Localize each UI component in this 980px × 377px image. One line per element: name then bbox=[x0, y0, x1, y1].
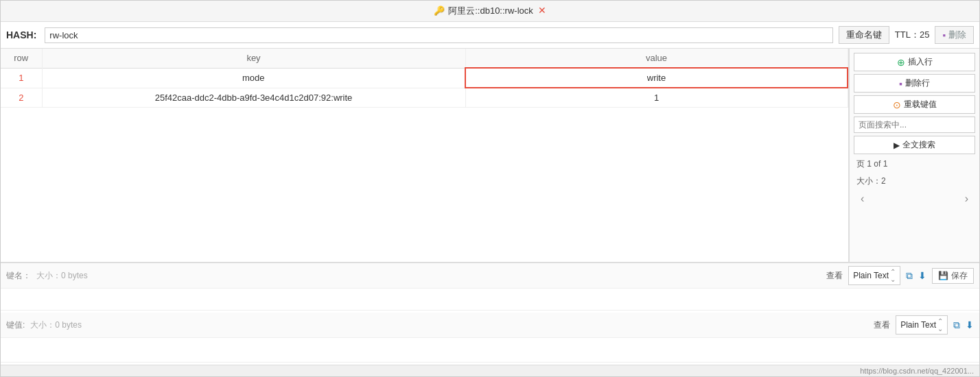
value-format-label: Plain Text bbox=[900, 320, 936, 330]
table-area: row key value 1modewrite225f42caa-ddc2-4… bbox=[1, 49, 849, 262]
key-copy-icon[interactable]: ⧉ bbox=[906, 270, 913, 282]
search-icon: ▶ bbox=[894, 141, 900, 150]
key-textarea[interactable] bbox=[1, 289, 979, 311]
delete-row-label: 删除行 bbox=[905, 77, 930, 89]
prev-page-btn[interactable]: ‹ bbox=[856, 193, 868, 205]
col-value: value bbox=[465, 49, 848, 68]
data-table: row key value 1modewrite225f42caa-ddc2-4… bbox=[1, 49, 848, 108]
hash-label: HASH: bbox=[6, 29, 36, 40]
next-page-btn[interactable]: › bbox=[961, 193, 972, 205]
key-name-label: 键名： bbox=[6, 270, 31, 282]
value-copy-icon[interactable]: ⧉ bbox=[953, 319, 960, 331]
insert-row-btn[interactable]: ⊕ 插入行 bbox=[854, 53, 975, 71]
row-number: 2 bbox=[1, 88, 42, 108]
value-textarea[interactable] bbox=[1, 338, 979, 363]
delete-icon: ▪ bbox=[942, 30, 946, 40]
value-format-arrow: ⌃⌄ bbox=[937, 317, 943, 332]
window-title: 阿里云::db10::rw-lock bbox=[448, 5, 533, 16]
fulltext-label: 全文搜索 bbox=[902, 139, 935, 151]
sidebar: ⊕ 插入行 ▪ 删除行 ⊙ 重载键值 ▶ 全文搜索 页 1 of 1 大小：2 … bbox=[849, 49, 979, 262]
pagination-row: ‹ › bbox=[854, 191, 975, 206]
hash-key-input[interactable] bbox=[45, 27, 832, 43]
reload-icon: ⊙ bbox=[893, 99, 901, 110]
key-name-row: 键名： 大小：0 bytes 查看 Plain Text ⌃⌄ ⧉ ⬇ 💾 保存 bbox=[1, 263, 979, 289]
key-download-icon[interactable]: ⬇ bbox=[918, 270, 926, 281]
title-bar: 🔑 阿里云::db10::rw-lock ✕ bbox=[1, 1, 979, 22]
reload-label: 重载键值 bbox=[904, 99, 937, 110]
save-icon: 💾 bbox=[938, 271, 948, 280]
close-btn[interactable]: ✕ bbox=[538, 5, 546, 16]
key-save-label: 保存 bbox=[951, 270, 968, 282]
main-window: 🔑 阿里云::db10::rw-lock ✕ HASH: 重命名键 TTL：25… bbox=[0, 0, 980, 377]
table-row[interactable]: 1modewrite bbox=[1, 68, 848, 88]
delete-label: 删除 bbox=[948, 29, 966, 41]
value-view-label: 查看 bbox=[874, 319, 890, 331]
insert-row-label: 插入行 bbox=[908, 56, 933, 68]
minus-icon: ▪ bbox=[899, 78, 902, 89]
rename-btn[interactable]: 重命名键 bbox=[839, 26, 889, 44]
reload-btn[interactable]: ⊙ 重载键值 bbox=[854, 95, 975, 114]
key-format-select[interactable]: Plain Text ⌃⌄ bbox=[848, 266, 900, 285]
value-download-icon[interactable]: ⬇ bbox=[966, 319, 974, 330]
bottom-area: 键名： 大小：0 bytes 查看 Plain Text ⌃⌄ ⧉ ⬇ 💾 保存… bbox=[1, 262, 979, 365]
size-info: 大小：2 bbox=[854, 174, 975, 188]
delete-btn[interactable]: ▪ 删除 bbox=[935, 26, 974, 44]
lock-icon: 🔑 bbox=[434, 5, 445, 16]
content-row: row key value 1modewrite225f42caa-ddc2-4… bbox=[1, 49, 979, 262]
page-info: 页 1 of 1 bbox=[854, 157, 975, 171]
key-size-label: 大小：0 bytes bbox=[36, 270, 88, 282]
delete-row-btn[interactable]: ▪ 删除行 bbox=[854, 74, 975, 93]
row-key: mode bbox=[42, 68, 465, 88]
key-save-btn[interactable]: 💾 保存 bbox=[932, 268, 974, 284]
hash-header: HASH: 重命名键 TTL：25 ▪ 删除 bbox=[1, 22, 979, 49]
page-search-input[interactable] bbox=[854, 117, 975, 133]
value-format-select[interactable]: Plain Text ⌃⌄ bbox=[896, 315, 948, 335]
status-bar: https://blog.csdn.net/qq_422001... bbox=[1, 365, 979, 376]
row-value: write bbox=[465, 68, 848, 88]
row-value: 1 bbox=[465, 88, 848, 108]
plus-icon: ⊕ bbox=[897, 57, 905, 68]
value-size-label: 大小：0 bytes bbox=[30, 319, 82, 331]
col-row: row bbox=[1, 49, 42, 68]
col-key: key bbox=[42, 49, 465, 68]
table-row[interactable]: 225f42caa-ddc2-4dbb-a9fd-3e4c4d1c2d07:92… bbox=[1, 88, 848, 108]
key-format-arrow: ⌃⌄ bbox=[890, 268, 896, 283]
fulltext-btn[interactable]: ▶ 全文搜索 bbox=[854, 136, 975, 154]
ttl-label: TTL：25 bbox=[895, 29, 930, 41]
value-row: 键值: 大小：0 bytes 查看 Plain Text ⌃⌄ ⧉ ⬇ bbox=[1, 313, 979, 338]
value-label: 键值: bbox=[6, 319, 25, 331]
row-key: 25f42caa-ddc2-4dbb-a9fd-3e4c4d1c2d07:92:… bbox=[42, 88, 465, 108]
status-url: https://blog.csdn.net/qq_422001... bbox=[860, 367, 974, 375]
key-view-label: 查看 bbox=[826, 270, 843, 282]
row-number: 1 bbox=[1, 68, 42, 88]
key-format-label: Plain Text bbox=[853, 271, 889, 280]
